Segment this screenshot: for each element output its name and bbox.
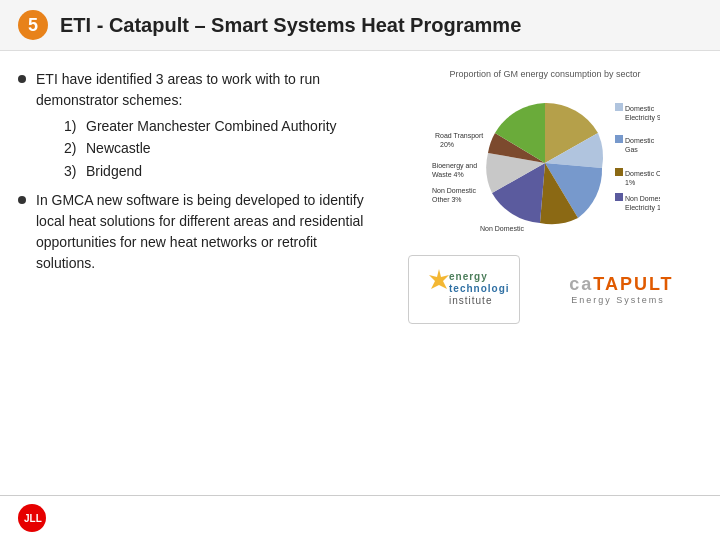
svg-text:Bioenergy and: Bioenergy and (432, 162, 477, 170)
bullet-dot-2 (18, 196, 26, 204)
logos-row: energy technologies institute caTAPULT E… (388, 255, 702, 324)
chart-container: Proportion of GM energy consumption by s… (388, 69, 702, 243)
bullet-2-text: In GMCA new software is being developed … (36, 192, 364, 271)
footer: JLL (0, 495, 720, 540)
jll-circle-icon: JLL (18, 504, 46, 532)
catapult-logo: caTAPULT Energy Systems (561, 270, 681, 309)
svg-text:Non Domestic: Non Domestic (480, 225, 524, 232)
eti-logo: energy technologies institute (408, 255, 520, 324)
right-panel: Proportion of GM energy consumption by s… (388, 69, 702, 491)
svg-text:Waste 4%: Waste 4% (432, 171, 464, 178)
list-text-3: Bridgend (86, 160, 142, 182)
svg-text:Electricity 15%: Electricity 15% (625, 204, 660, 212)
bullet-dot-1 (18, 75, 26, 83)
svg-text:Domestic: Domestic (625, 137, 655, 144)
bullet-2: In GMCA new software is being developed … (18, 190, 378, 274)
svg-text:JLL: JLL (24, 513, 42, 524)
svg-rect-3 (615, 135, 623, 143)
jll-icon-svg: JLL (20, 506, 44, 530)
chart-title: Proportion of GM energy consumption by s… (388, 69, 702, 79)
catapult-sub: Energy Systems (571, 295, 665, 305)
svg-rect-0 (615, 103, 623, 111)
list-num-1: 1) (64, 115, 86, 137)
list-item-3: 3) Bridgend (64, 160, 378, 182)
bullet-1: ETI have identified 3 areas to work with… (18, 69, 378, 182)
slide-title: ETI - Catapult – Smart Systems Heat Prog… (60, 14, 521, 37)
svg-text:Non Domestic: Non Domestic (625, 195, 660, 202)
svg-text:1%: 1% (625, 179, 635, 186)
svg-text:Domestic: Domestic (625, 105, 655, 112)
list-item-2: 2) Newcastle (64, 137, 378, 159)
bullet-1-text: ETI have identified 3 areas to work with… (36, 71, 320, 108)
svg-text:20%: 20% (440, 141, 454, 148)
svg-text:Domestic Coal: Domestic Coal (625, 170, 660, 177)
list-item-1: 1) Greater Manchester Combined Authority (64, 115, 378, 137)
svg-text:Gas: Gas (625, 146, 638, 153)
list-text-2: Newcastle (86, 137, 151, 159)
catapult-text: caTAPULT (569, 274, 673, 295)
main-content: ETI have identified 3 areas to work with… (0, 51, 720, 491)
slide-number: 5 (18, 10, 48, 40)
list-num-2: 2) (64, 137, 86, 159)
list-text-1: Greater Manchester Combined Authority (86, 115, 337, 137)
svg-marker-19 (429, 269, 449, 289)
svg-text:institute: institute (449, 295, 492, 306)
svg-text:technologies: technologies (449, 283, 509, 294)
pie-chart: Domestic Electricity 9% Domestic Gas Dom… (430, 83, 660, 243)
svg-rect-6 (615, 168, 623, 176)
eti-logo-svg: energy technologies institute (419, 262, 509, 317)
list-num-3: 3) (64, 160, 86, 182)
svg-text:energy: energy (449, 271, 488, 282)
svg-text:Non Domestic: Non Domestic (432, 187, 476, 194)
left-panel: ETI have identified 3 areas to work with… (18, 69, 388, 491)
jll-logo: JLL (18, 504, 51, 532)
svg-text:Other 3%: Other 3% (432, 196, 462, 203)
svg-text:Electricity 9%: Electricity 9% (625, 114, 660, 122)
svg-text:Road Transport: Road Transport (435, 132, 483, 140)
svg-rect-9 (615, 193, 623, 201)
numbered-list: 1) Greater Manchester Combined Authority… (64, 115, 378, 182)
slide-header: 5 ETI - Catapult – Smart Systems Heat Pr… (0, 0, 720, 51)
